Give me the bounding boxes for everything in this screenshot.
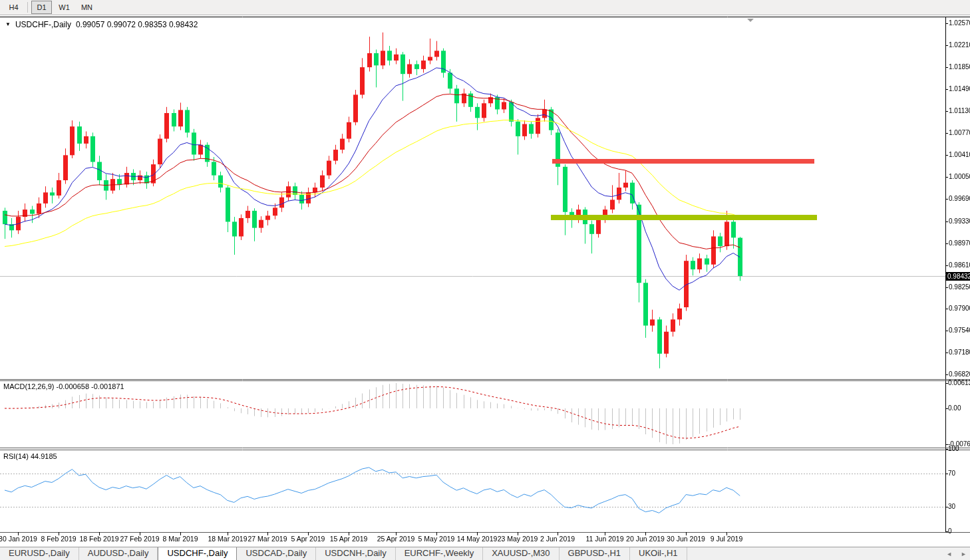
chart-tab[interactable]: AUDUSD-,Daily — [79, 547, 158, 560]
macd-axis-label: 0.00613 — [948, 379, 970, 386]
macd-axis-label: 0.00 — [948, 404, 961, 412]
timeframe-d1-button[interactable]: D1 — [31, 1, 52, 14]
rsi-axis-label: 70 — [948, 470, 955, 477]
rsi-axis-label: 0 — [948, 527, 952, 535]
price-tick-label: 0.97900 — [949, 305, 970, 312]
price-tick-label: 0.98610 — [949, 261, 970, 269]
chart-tab[interactable]: USDCAD-,Daily — [237, 547, 316, 560]
chart-symbol-label: USDCHF-,Daily — [15, 20, 71, 29]
chart-tab[interactable]: UKOil-,H1 — [630, 547, 687, 560]
rsi-indicator-label: RSI(14) 44.9185 — [3, 452, 57, 460]
price-tick-label: 1.01850 — [949, 63, 970, 70]
date-tick-label: 23 May 2019 — [498, 535, 538, 543]
chart-tab[interactable]: EURUSD-,Daily — [0, 547, 79, 560]
macd-indicator-label: MACD(12,26,9) -0.000658 -0.001871 — [3, 382, 124, 390]
date-tick-label: 14 May 2019 — [457, 535, 498, 543]
price-tick-label: 0.97540 — [949, 327, 970, 334]
tab-scroll-right-icon[interactable]: ► — [961, 551, 967, 557]
price-tick-label: 1.01130 — [949, 107, 970, 114]
current-price-tag: 0.98432 — [946, 272, 970, 281]
chart-title: ▼ USDCHF-,Daily 0.99057 0.99072 0.98353 … — [5, 20, 198, 29]
price-tick-label: 0.99330 — [949, 217, 970, 225]
symbol-dropdown-icon[interactable]: ▼ — [5, 21, 11, 29]
date-tick-label: 2 Jun 2019 — [540, 535, 575, 543]
price-tick-label: 1.00410 — [949, 151, 970, 158]
price-tick-label: 0.98250 — [949, 283, 970, 291]
date-tick-label: 9 Jul 2019 — [711, 535, 742, 543]
timeframe-h4-button[interactable]: H4 — [3, 1, 24, 14]
candlestick-chart-canvas[interactable] — [0, 15, 970, 547]
price-tick-label: 0.96820 — [949, 370, 970, 378]
date-tick-label: 18 Mar 2019 — [208, 535, 247, 543]
chart-tab[interactable]: GBPUSD-,H1 — [560, 547, 630, 560]
date-tick-label: 18 Feb 2019 — [80, 535, 119, 543]
tab-scroll-arrows: ◄ ► — [946, 547, 967, 560]
price-tick-label: 0.99690 — [949, 195, 970, 202]
date-tick-label: 8 Feb 2019 — [41, 535, 76, 543]
rsi-axis-label: 30 — [948, 503, 955, 510]
timeframe-toolbar: H4 D1 W1 MN — [0, 0, 970, 15]
timeframe-w1-button[interactable]: W1 — [54, 1, 75, 14]
chart-tab[interactable]: EURCHF-,Weekly — [396, 547, 484, 560]
price-tick-label: 1.00770 — [949, 129, 970, 136]
date-tick-label: 15 Apr 2019 — [330, 535, 368, 543]
chart-ohlc-values: 0.99057 0.99072 0.98353 0.98432 — [76, 20, 198, 29]
date-tick-label: 20 Jun 2019 — [626, 535, 665, 543]
chart-tabs-bar: EURUSD-,DailyAUDUSD-,DailyUSDCHF-,DailyU… — [0, 547, 970, 560]
date-tick-label: 27 Feb 2019 — [120, 535, 160, 543]
chart-tab[interactable]: USDCNH-,Daily — [316, 547, 395, 560]
date-tick-label: 11 Jun 2019 — [585, 535, 623, 543]
rsi-axis-label: 100 — [948, 445, 959, 452]
chart-area: ▼ USDCHF-,Daily 0.99057 0.99072 0.98353 … — [0, 15, 970, 547]
date-tick-label: 8 Mar 2019 — [162, 535, 198, 543]
price-tick-label: 0.98970 — [949, 239, 970, 247]
chart-tab[interactable]: USDCHF-,Daily — [158, 547, 237, 560]
price-tick-label: 1.01490 — [949, 85, 970, 92]
date-tick-label: 5 Apr 2019 — [291, 535, 325, 543]
price-tick-label: 0.97180 — [949, 349, 970, 356]
date-tick-label: 25 Apr 2019 — [377, 535, 415, 543]
chart-tab[interactable]: XAUUSD-,M30 — [483, 547, 559, 560]
toolbar-separator — [27, 2, 28, 13]
price-tick-label: 1.02210 — [949, 41, 970, 49]
date-tick-label: 5 May 2019 — [418, 535, 455, 543]
price-tick-label: 1.02570 — [949, 19, 970, 27]
date-tick-label: 30 Jun 2019 — [667, 535, 705, 543]
price-tick-label: 1.00050 — [949, 173, 970, 180]
date-tick-label: 27 Mar 2019 — [248, 535, 287, 543]
date-tick-label: 30 Jan 2019 — [0, 535, 37, 543]
tab-scroll-left-icon[interactable]: ◄ — [946, 551, 952, 557]
chart-tabs: EURUSD-,DailyAUDUSD-,DailyUSDCHF-,DailyU… — [0, 547, 687, 560]
timeframe-mn-button[interactable]: MN — [77, 1, 97, 14]
